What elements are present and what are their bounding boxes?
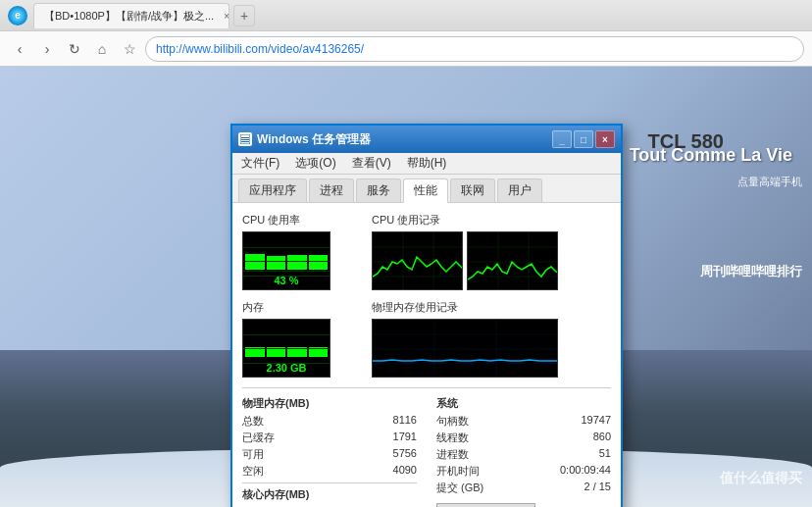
maximize-button[interactable]: □ [574,130,593,148]
cpu-usage-title: CPU 使用率 [242,213,362,228]
tab-performance[interactable]: 性能 [403,178,448,203]
back-button[interactable]: ‹ [8,37,31,61]
tm-title-icon [238,132,252,146]
tm-title-bar: Windows 任务管理器 _ □ × [232,126,621,153]
physical-mem-title: 物理内存(MB) [242,396,417,411]
stat-total: 总数 8116 [242,414,417,429]
tm-mem-row: 内存 2.30 GB [242,300,611,378]
bg-ad-label: 点量高端手机 [737,175,802,189]
new-tab-button[interactable]: + [233,5,255,26]
browser-content: TCL 580 Tout Comme La Vie 点量高端手机 周刊哔哩哔哩排… [0,67,812,507]
watermark-text: 值什么值得买 [720,470,802,487]
kernel-mem-title: 核心内存(MB) [242,487,417,502]
forward-button[interactable]: › [35,37,59,61]
mem-usage-section: 内存 2.30 GB [242,300,362,378]
svg-rect-2 [241,141,249,142]
cpu-history-title: CPU 使用记录 [372,213,611,228]
stat-cached: 已缓存 1791 [242,431,417,445]
mem-history-graph [372,319,558,378]
cpu-usage-section: CPU 使用率 [242,213,362,290]
window-controls: _ □ × [552,130,615,148]
svg-rect-1 [241,139,249,140]
browser-tab[interactable]: 【BD•1080P】【剧情/战争】极之... × [33,3,229,28]
menu-options[interactable]: 选项(O) [292,154,338,173]
cpu-usage-graph: 43 % [242,231,330,290]
mem-history-section: 物理内存使用记录 [372,300,611,378]
divider-1 [242,482,417,483]
stats-left-col: 物理内存(MB) 总数 8116 已缓存 1791 可用 5756 [242,396,417,507]
stats-right-col: 系统 句柄数 19747 线程数 860 进程数 51 [436,396,611,507]
tab-processes[interactable]: 进程 [309,178,354,202]
close-button[interactable]: × [595,130,615,148]
menu-view[interactable]: 查看(V) [349,154,394,173]
mem-value-label: 2.30 GB [243,362,330,374]
tm-menu-bar: 文件(F) 选项(O) 查看(V) 帮助(H) [232,153,621,175]
system-title: 系统 [436,396,611,411]
cpu-percent-label: 43 % [243,275,330,286]
tab-title: 【BD•1080P】【剧情/战争】极之... [44,9,214,24]
tm-body: CPU 使用率 [232,203,621,507]
browser-window: e 【BD•1080P】【剧情/战争】极之... × + ‹ › ↻ ⌂ ☆ h… [0,0,812,507]
tab-users[interactable]: 用户 [497,178,542,202]
stat-available: 可用 5756 [242,447,417,462]
svg-rect-0 [241,137,249,138]
tab-close-button[interactable]: × [220,9,229,23]
tab-services[interactable]: 服务 [356,178,401,202]
tm-title-text: Windows 任务管理器 [257,131,552,148]
bg-tagline: Tout Comme La Vie [630,145,792,166]
weekly-title: 周刊哔哩哔哩排行 [700,263,802,280]
mem-usage-graph: 2.30 GB [242,319,330,378]
browser-logo-icon: e [8,6,27,25]
favorite-button[interactable]: ☆ [118,37,141,61]
address-bar[interactable]: http://www.bilibili.com/video/av4136265/ [145,36,804,62]
stat-processes: 进程数 51 [436,447,611,462]
menu-file[interactable]: 文件(F) [238,154,282,173]
home-button[interactable]: ⌂ [90,37,114,61]
refresh-button[interactable]: ↻ [63,37,86,61]
menu-help[interactable]: 帮助(H) [404,154,450,173]
stat-threads: 线程数 860 [436,431,611,445]
tab-network[interactable]: 联网 [450,178,495,202]
tm-stats: 物理内存(MB) 总数 8116 已缓存 1791 可用 5756 [242,387,611,507]
stat-commit: 提交 (GB) 2 / 15 [436,481,611,495]
tm-tabs: 应用程序 进程 服务 性能 联网 用户 [232,175,621,203]
tm-top-row: CPU 使用率 [242,213,611,290]
minimize-button[interactable]: _ [552,130,572,148]
mem-history-title: 物理内存使用记录 [372,300,611,315]
browser-title-bar: e 【BD•1080P】【剧情/战争】极之... × + [0,0,812,31]
address-text: http://www.bilibili.com/video/av4136265/ [156,42,364,56]
cpu-history-graph-1 [372,231,463,290]
stat-free: 空闲 4090 [242,464,417,479]
stat-handles: 句柄数 19747 [436,414,611,429]
task-manager-dialog: Windows 任务管理器 _ □ × 文件(F) 选项(O) 查看(V) 帮助… [230,124,623,507]
resource-monitor-button[interactable]: 资源监视器(R)... [436,503,535,507]
cpu-history-section: CPU 使用记录 [372,213,611,290]
mem-usage-title: 内存 [242,300,362,315]
stat-uptime: 开机时间 0:00:09:44 [436,464,611,479]
browser-nav-bar: ‹ › ↻ ⌂ ☆ http://www.bilibili.com/video/… [0,31,812,67]
cpu-history-graph-2 [467,231,558,290]
tab-applications[interactable]: 应用程序 [238,178,307,202]
